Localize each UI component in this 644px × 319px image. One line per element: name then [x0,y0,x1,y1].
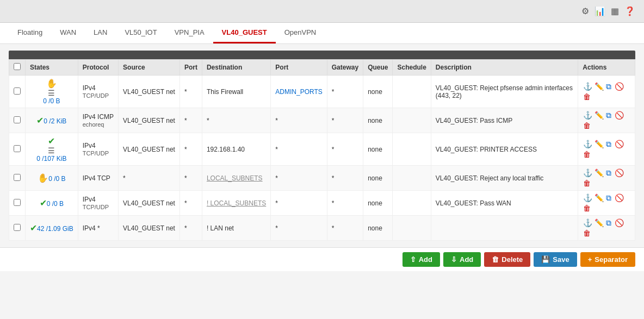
col-header-7: Gateway [327,60,363,76]
edit-icon[interactable]: ✏️ [595,193,604,203]
states-link[interactable]: 0 /0 B [48,175,65,183]
footer-btn-delete-2[interactable]: 🗑 Delete [484,252,530,267]
row-actions: ⚓ ✏️ ⧉ 🚫 🗑 [578,166,635,191]
states-link[interactable]: 0 /107 KiB [36,155,66,162]
dest-link[interactable]: ! LOCAL_SUBNETS [207,199,266,207]
footer-btn-separator-4[interactable]: + Separator [580,252,635,267]
tab-lan[interactable]: LAN [85,23,116,43]
anchor-icon[interactable]: ⚓ [583,168,592,178]
row-actions: ⚓ ✏️ ⧉ 🚫 🗑 [578,108,635,133]
anchor-icon[interactable]: ⚓ [583,111,592,120]
tab-floating[interactable]: Floating [9,23,51,43]
disable-icon[interactable]: 🚫 [615,193,624,203]
row-checkbox-cell [9,133,26,166]
disable-icon[interactable]: 🚫 [615,140,624,149]
disable-icon[interactable]: 🚫 [615,168,624,178]
copy-icon[interactable]: ⧉ [606,168,611,178]
row-queue: none [363,166,393,191]
table-row: ✔42 /1.09 GiBIPv4 *VL40_GUEST net*! LAN … [9,216,635,241]
anchor-icon[interactable]: ⚓ [583,193,592,203]
disable-icon[interactable]: 🚫 [615,218,624,228]
footer-btn-label: Add [460,255,473,264]
status-icon-green: ✔ [40,198,47,208]
tab-vl50-iot[interactable]: VL50_IOT [116,23,165,43]
edit-icon[interactable]: ✏️ [595,111,604,120]
footer-btn-label: Save [553,255,569,264]
states-link[interactable]: 0 /2 KiB [44,117,66,125]
row-description: VL40_GUEST: Pass WAN [431,191,578,216]
dest-port-link[interactable]: ADMIN_PORTS [275,88,322,96]
row-destination: ! LAN net [202,216,270,241]
dest-link[interactable]: LOCAL_SUBNETS [207,174,263,182]
footer-btn-add-0[interactable]: ⇧ Add [403,252,440,267]
footer-btn-save-3[interactable]: 💾 Save [534,252,577,267]
states-link[interactable]: 42 /1.09 GiB [37,225,73,233]
main-content: StatesProtocolSourcePortDestinationPortG… [0,44,644,247]
row-checkbox-cell [9,216,26,241]
states-link[interactable]: 0 /0 B [47,200,64,208]
row-checkbox[interactable] [14,116,21,123]
delete-icon[interactable]: 🗑 [583,179,591,187]
tab-vl40-guest[interactable]: VL40_GUEST [213,23,276,43]
copy-icon[interactable]: ⧉ [606,111,611,120]
bar-chart-icon[interactable]: 📊 [595,6,605,16]
anchor-icon[interactable]: ⚓ [583,140,592,149]
tab-wan[interactable]: WAN [51,23,85,43]
row-actions: ⚓ ✏️ ⧉ 🚫 🗑 [578,76,635,108]
row-states: ✔0 /0 B [26,191,78,216]
row-checkbox-cell [9,166,26,191]
row-protocol: IPv4 ICMPechoreq [78,108,118,133]
row-checkbox[interactable] [14,87,21,95]
row-destination: LOCAL_SUBNETS [202,166,270,191]
row-port-src: * [179,166,202,191]
col-header-1: States [26,60,78,76]
delete-icon[interactable]: 🗑 [583,150,591,159]
row-checkbox[interactable] [14,199,21,206]
tab-vpn-pia[interactable]: VPN_PIA [166,23,213,43]
row-protocol: IPv4TCP/UDP [78,191,118,216]
row-source: VL40_GUEST net [119,216,180,241]
row-description: VL40_GUEST: Pass ICMP [431,108,578,133]
disable-icon[interactable]: 🚫 [615,111,624,120]
tab-openvpn[interactable]: OpenVPN [276,23,325,43]
table-row: ✔☰0 /107 KiBIPv4TCP/UDPVL40_GUEST net*19… [9,133,635,166]
edit-icon[interactable]: ✏️ [595,218,604,228]
row-gateway: * [327,191,363,216]
copy-icon[interactable]: ⧉ [606,218,611,228]
edit-icon[interactable]: ✏️ [595,168,604,178]
delete-icon[interactable]: 🗑 [583,121,591,130]
rules-table: StatesProtocolSourcePortDestinationPortG… [9,59,635,241]
footer-btn-label: Delete [501,255,523,264]
select-all-checkbox[interactable] [14,63,21,70]
copy-icon[interactable]: ⧉ [606,193,611,203]
row-schedule [393,191,431,216]
row-checkbox[interactable] [14,174,21,181]
table-row: ✔0 /0 BIPv4TCP/UDPVL40_GUEST net*! LOCAL… [9,191,635,216]
table-icon[interactable]: ▦ [611,6,619,16]
row-port-src: * [179,108,202,133]
row-queue: none [363,191,393,216]
edit-icon[interactable]: ✏️ [595,82,604,91]
col-header-5: Destination [202,60,270,76]
edit-icon[interactable]: ✏️ [595,140,604,149]
delete-icon[interactable]: 🗑 [583,92,591,101]
footer-btn-add-1[interactable]: ⇩ Add [443,252,481,267]
row-checkbox-cell [9,108,26,133]
row-checkbox[interactable] [14,145,21,152]
row-actions: ⚓ ✏️ ⧉ 🚫 🗑 [578,133,635,166]
anchor-icon[interactable]: ⚓ [583,82,592,91]
delete-icon[interactable]: 🗑 [583,204,591,212]
delete-icon[interactable]: 🗑 [583,229,591,237]
row-queue: none [363,76,393,108]
disable-icon[interactable]: 🚫 [615,82,624,91]
table-header-row: StatesProtocolSourcePortDestinationPortG… [9,60,635,76]
states-link[interactable]: 0 /0 B [43,97,60,105]
copy-icon[interactable]: ⧉ [606,140,611,149]
row-gateway: * [327,76,363,108]
copy-icon[interactable]: ⧉ [606,82,611,91]
help-icon[interactable]: ❓ [624,6,635,16]
sliders-icon[interactable]: ⚙ [581,6,589,16]
anchor-icon[interactable]: ⚓ [583,218,592,228]
row-source: VL40_GUEST net [119,191,180,216]
row-checkbox[interactable] [14,224,21,231]
